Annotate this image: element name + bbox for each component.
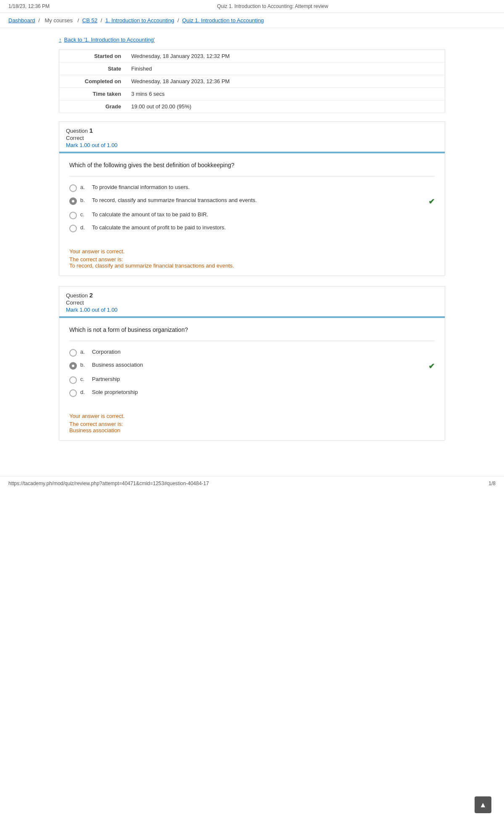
feedback-section: Your answer is correct. The correct answ… <box>59 243 445 276</box>
bottom-url: https://tacademy.ph/mod/quiz/review.php?… <box>8 481 209 486</box>
radio-icon <box>69 376 77 384</box>
question-card-1: Question 1 Correct Mark 1.00 out of 1.00… <box>59 121 445 276</box>
option-letter: d. <box>80 224 89 231</box>
feedback-section: Your answer is correct. The correct answ… <box>59 408 445 440</box>
option-letter: c. <box>80 376 89 382</box>
summary-row: Completed on Wednesday, 18 January 2023,… <box>59 75 445 88</box>
option-letter: c. <box>80 211 89 218</box>
back-link[interactable]: ↑ Back to '1. Introduction to Accounting… <box>59 37 445 43</box>
timestamp: 1/18/23, 12:36 PM <box>8 3 50 9</box>
options-divider <box>69 176 435 176</box>
option-text: To calculate the amount of tax to be pai… <box>92 211 435 218</box>
summary-label: Started on <box>59 50 126 63</box>
summary-label: Completed on <box>59 75 126 88</box>
correct-check-icon: ✔ <box>423 362 435 371</box>
top-bar: 1/18/23, 12:36 PM Quiz 1. Introduction t… <box>0 0 504 13</box>
option-text: Corporation <box>92 349 435 355</box>
option-letter: d. <box>80 389 89 395</box>
summary-value: 3 mins 6 secs <box>126 88 445 100</box>
summary-value: Wednesday, 18 January 2023, 12:36 PM <box>126 75 445 88</box>
question-mark: Mark 1.00 out of 1.00 <box>66 307 438 313</box>
radio-icon <box>69 197 77 205</box>
option-row-0: a.Corporation <box>69 346 435 359</box>
breadcrumb-sep-4: / <box>177 17 180 24</box>
option-text: To provide financial information to user… <box>92 184 435 190</box>
option-text: Business association <box>92 362 423 368</box>
option-row-3: d.To calculate the amount of profit to b… <box>69 222 435 235</box>
bottom-page: 1/8 <box>488 481 496 486</box>
question-status: Correct <box>66 299 438 306</box>
breadcrumb: Dashboard / My courses / CB 52 / 1. Intr… <box>0 13 504 28</box>
options-divider <box>69 341 435 341</box>
option-row-3: d.Sole proprietorship <box>69 386 435 399</box>
feedback-correct: Your answer is correct. <box>69 413 435 419</box>
option-row-1: b.To record, classify and summarize fina… <box>69 194 435 209</box>
question-status: Correct <box>66 135 438 141</box>
breadcrumb-dashboard[interactable]: Dashboard <box>8 17 35 24</box>
option-row-0: a.To provide financial information to us… <box>69 181 435 194</box>
bottom-bar: https://tacademy.ph/mod/quiz/review.php?… <box>0 476 504 491</box>
breadcrumb-sep-3: / <box>101 17 104 24</box>
summary-label: Grade <box>59 100 126 113</box>
feedback-answer-text: Business association <box>69 427 435 433</box>
question-body-wrapper-1: Which of the following gives the best de… <box>59 152 445 276</box>
option-row-1: b.Business association✔ <box>69 359 435 373</box>
feedback-answer-text: To record, classify and summarize financ… <box>69 263 435 269</box>
breadcrumb-sep-1: / <box>38 17 41 24</box>
question-header-2: Question 2 Correct Mark 1.00 out of 1.00 <box>59 286 445 316</box>
questions-container: Question 1 Correct Mark 1.00 out of 1.00… <box>59 121 445 441</box>
summary-row: Time taken 3 mins 6 secs <box>59 88 445 100</box>
question-number: Question 2 <box>66 292 438 299</box>
option-row-2: c.Partnership <box>69 373 435 386</box>
feedback-answer-label: The correct answer is: <box>69 256 435 263</box>
option-letter: b. <box>80 197 89 203</box>
radio-icon <box>69 362 77 370</box>
question-number: Question 1 <box>66 127 438 134</box>
breadcrumb-quiz[interactable]: Quiz 1. Introduction to Accounting <box>182 17 264 24</box>
option-text: Partnership <box>92 376 435 382</box>
breadcrumb-mycourses: My courses <box>45 17 72 24</box>
radio-icon <box>69 225 77 232</box>
question-text: Which of the following gives the best de… <box>69 162 435 168</box>
main-content: ↑ Back to '1. Introduction to Accounting… <box>50 28 454 459</box>
radio-icon <box>69 389 77 397</box>
question-header-1: Question 1 Correct Mark 1.00 out of 1.00 <box>59 122 445 152</box>
summary-label: State <box>59 63 126 75</box>
breadcrumb-course[interactable]: 1. Introduction to Accounting <box>105 17 174 24</box>
feedback-answer-label: The correct answer is: <box>69 421 435 427</box>
radio-icon <box>69 212 77 219</box>
breadcrumb-cb52[interactable]: CB 52 <box>82 17 97 24</box>
question-card-2: Question 2 Correct Mark 1.00 out of 1.00… <box>59 286 445 441</box>
summary-value: Finished <box>126 63 445 75</box>
question-body-wrapper-2: Which is not a form of business organiza… <box>59 316 445 440</box>
back-link-label: Back to '1. Introduction to Accounting' <box>64 37 155 43</box>
summary-row: Started on Wednesday, 18 January 2023, 1… <box>59 50 445 63</box>
summary-value: Wednesday, 18 January 2023, 12:32 PM <box>126 50 445 63</box>
question-mark: Mark 1.00 out of 1.00 <box>66 142 438 148</box>
summary-row: Grade 19.00 out of 20.00 (95%) <box>59 100 445 113</box>
question-text: Which is not a form of business organiza… <box>69 326 435 333</box>
summary-label: Time taken <box>59 88 126 100</box>
question-body-1: Which of the following gives the best de… <box>59 153 445 243</box>
summary-row: State Finished <box>59 63 445 75</box>
option-letter: b. <box>80 362 89 368</box>
correct-check-icon: ✔ <box>423 197 435 206</box>
summary-table: Started on Wednesday, 18 January 2023, 1… <box>59 50 445 113</box>
page-title: Quiz 1. Introduction to Accounting: Atte… <box>217 3 328 9</box>
option-text: Sole proprietorship <box>92 389 435 395</box>
summary-value: 19.00 out of 20.00 (95%) <box>126 100 445 113</box>
breadcrumb-sep-2: / <box>78 17 81 24</box>
option-letter: a. <box>80 349 89 355</box>
option-text: To record, classify and summarize financ… <box>92 197 423 203</box>
feedback-correct: Your answer is correct. <box>69 248 435 255</box>
back-arrow-icon: ↑ <box>59 37 62 43</box>
question-body-2: Which is not a form of business organiza… <box>59 318 445 408</box>
option-row-2: c.To calculate the amount of tax to be p… <box>69 209 435 222</box>
option-text: To calculate the amount of profit to be … <box>92 224 435 231</box>
radio-icon <box>69 349 77 357</box>
radio-icon <box>69 184 77 192</box>
option-letter: a. <box>80 184 89 190</box>
